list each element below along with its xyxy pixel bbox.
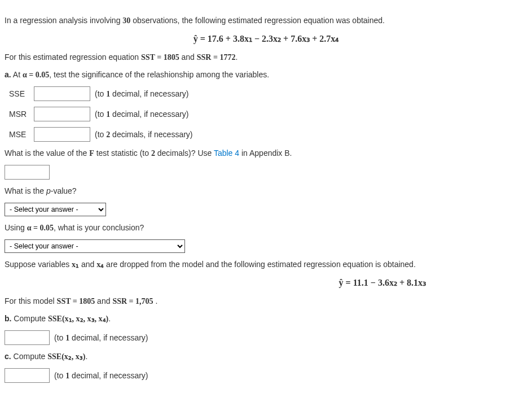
msr-label: MSR: [9, 108, 29, 120]
pb-t1: Compute: [11, 314, 48, 323]
sse-input[interactable]: [34, 86, 90, 101]
sst-ssr-line-1: For this estimated regression equation S…: [5, 51, 527, 63]
sse-row: SSE (to 1 decimal, if necessary): [9, 86, 527, 101]
sse-label: SSE: [9, 88, 29, 100]
f-t2: test statistic (to: [94, 149, 151, 158]
equation-2: ŷ = 11.1 − 3.6x₂ + 8.1x₃: [5, 276, 527, 290]
l2-sst: SST = 1805: [141, 53, 179, 62]
part-a-label: a.: [5, 70, 11, 79]
pc-expr: SSE(x₂, x₃): [47, 352, 85, 361]
pa-t1: At: [11, 70, 23, 79]
part-c-input[interactable]: [5, 368, 50, 383]
l2-t2: and: [179, 53, 197, 62]
concl-t1: Using: [5, 223, 27, 232]
pa-alpha: α = 0.05: [23, 71, 49, 79]
pc-t2: .: [86, 352, 88, 361]
lr-t1: For this model: [5, 296, 57, 305]
sst-ssr-line-2: For this model SST = 1805 and SSR = 1,70…: [5, 295, 527, 307]
l2-t1: For this estimated regression equation: [5, 53, 141, 62]
f-t1: What is the value of the: [5, 149, 89, 158]
intro-suffix: observations, the following estimated re…: [130, 16, 385, 25]
pvalue-q-text: What is the p-value?: [5, 186, 77, 195]
rm-t2: and: [79, 260, 96, 269]
lr-sst: SST = 1805: [57, 297, 95, 305]
conclusion-question: Using α = 0.05, what is your conclusion?: [5, 222, 527, 234]
pvalue-question: What is the p-value?: [5, 185, 527, 197]
conclusion-select[interactable]: - Select your answer -: [5, 239, 185, 253]
equation-1-text: ŷ = 17.6 + 3.8x₁ − 2.3x₂ + 7.6x₃ + 2.7x₄: [194, 34, 339, 43]
part-c-label: c.: [5, 352, 11, 361]
lr-t3: .: [153, 296, 158, 305]
rm-x1: x₁: [72, 260, 79, 269]
rm-x4: x₄: [96, 260, 104, 269]
concl-alpha: α = 0.05: [27, 224, 54, 232]
pb-t2: .: [108, 314, 111, 323]
part-b-input[interactable]: [5, 330, 50, 345]
reduced-model-line: Suppose variables x₁ and x₄ are dropped …: [5, 259, 527, 270]
concl-t2: , what is your conclusion?: [54, 223, 144, 232]
f-t4: in Appendix B.: [239, 149, 292, 158]
intro-prefix: In a regression analysis involving: [5, 16, 122, 25]
f-t3: decimals)? Use: [155, 149, 214, 158]
sse-hint: (to 1 decimal, if necessary): [95, 88, 189, 100]
equation-2-text: ŷ = 11.1 − 3.6x₂ + 8.1x₃: [339, 278, 426, 287]
l2-t3: .: [235, 53, 238, 62]
part-c-prompt: c. Compute SSE(x₂, x₃).: [5, 351, 527, 363]
rm-t3: are dropped from the model and the follo…: [104, 260, 416, 269]
lr-ssr: SSR = 1,705: [112, 297, 153, 305]
f-F: F: [89, 149, 94, 158]
pa-t2: , test the significance of the relashion…: [49, 70, 269, 79]
msr-input[interactable]: [34, 107, 90, 121]
intro-nobs: 30: [122, 16, 130, 25]
part-a-prompt: a. At α = 0.05, test the significance of…: [5, 69, 527, 81]
rm-t1: Suppose variables: [5, 260, 72, 269]
pc-t1: Compute: [11, 352, 48, 361]
f-dec: 2: [151, 149, 155, 158]
pvalue-select[interactable]: - Select your answer -: [5, 203, 106, 216]
part-b-label: b.: [5, 314, 11, 323]
f-stat-question: What is the value of the F test statisti…: [5, 147, 527, 159]
mse-input[interactable]: [34, 127, 90, 142]
mse-hint: (to 2 decimals, if necessary): [95, 129, 193, 141]
part-c-hint: (to 1 decimal, if necessary): [54, 370, 148, 382]
part-b-hint: (to 1 decimal, if necessary): [54, 332, 148, 344]
msr-hint: (to 1 decimal, if necessary): [95, 108, 189, 120]
f-stat-input[interactable]: [5, 165, 50, 180]
l2-ssr: SSR = 1772: [197, 53, 236, 62]
mse-label: MSE: [9, 129, 29, 141]
equation-1: ŷ = 17.6 + 3.8x₁ − 2.3x₂ + 7.6x₃ + 2.7x₄: [5, 32, 527, 46]
part-b-prompt: b. Compute SSE(x₁, x₂, x₃, x₄).: [5, 313, 527, 325]
msr-row: MSR (to 1 decimal, if necessary): [9, 107, 527, 121]
mse-row: MSE (to 2 decimals, if necessary): [9, 127, 527, 142]
pb-expr: SSE(x₁, x₂, x₃, x₄): [48, 315, 108, 323]
intro-line: In a regression analysis involving 30 ob…: [5, 15, 527, 27]
lr-t2: and: [95, 296, 112, 305]
table-4-link[interactable]: Table 4: [214, 149, 239, 158]
